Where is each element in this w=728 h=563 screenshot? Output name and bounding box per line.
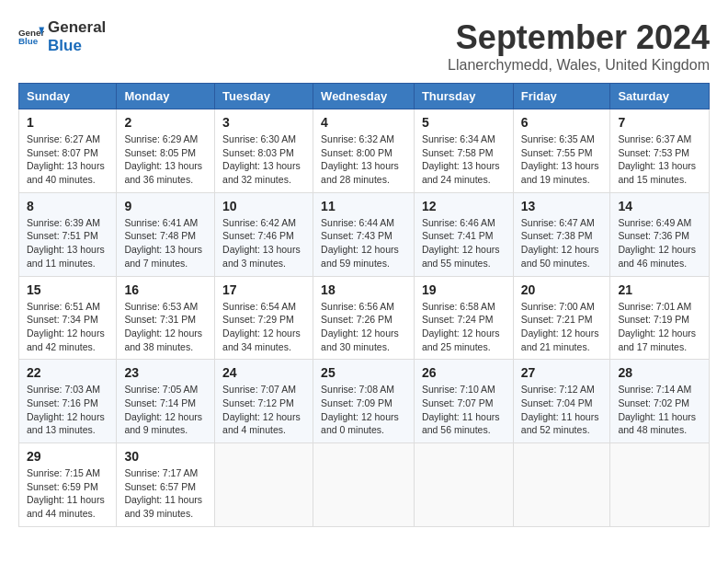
calendar-cell: 15Sunrise: 6:51 AMSunset: 7:34 PMDayligh… — [19, 276, 117, 360]
calendar-cell — [610, 443, 710, 527]
day-info: Sunrise: 7:12 AMSunset: 7:04 PMDaylight:… — [521, 383, 603, 437]
day-info: Sunrise: 6:46 AMSunset: 7:41 PMDaylight:… — [422, 216, 506, 270]
calendar-cell: 7Sunrise: 6:37 AMSunset: 7:53 PMDaylight… — [610, 109, 710, 193]
day-number: 18 — [321, 282, 406, 297]
day-info: Sunrise: 7:07 AMSunset: 7:12 PMDaylight:… — [222, 383, 305, 437]
day-info: Sunrise: 6:56 AMSunset: 7:26 PMDaylight:… — [321, 300, 406, 354]
day-info: Sunrise: 6:44 AMSunset: 7:43 PMDaylight:… — [321, 216, 406, 270]
day-info: Sunrise: 6:30 AMSunset: 8:03 PMDaylight:… — [222, 132, 305, 187]
day-number: 6 — [521, 115, 603, 130]
calendar-week-row: 1Sunrise: 6:27 AMSunset: 8:07 PMDaylight… — [19, 109, 710, 193]
calendar-week-row: 29Sunrise: 7:15 AMSunset: 6:59 PMDayligh… — [19, 443, 710, 527]
day-number: 10 — [222, 199, 305, 213]
calendar-cell: 14Sunrise: 6:49 AMSunset: 7:36 PMDayligh… — [610, 192, 710, 276]
day-info: Sunrise: 7:08 AMSunset: 7:09 PMDaylight:… — [321, 383, 406, 437]
calendar-table: SundayMondayTuesdayWednesdayThursdayFrid… — [18, 83, 710, 527]
day-info: Sunrise: 6:32 AMSunset: 8:00 PMDaylight:… — [321, 132, 406, 187]
day-info: Sunrise: 7:03 AMSunset: 7:16 PMDaylight:… — [27, 383, 108, 437]
calendar-cell: 13Sunrise: 6:47 AMSunset: 7:38 PMDayligh… — [513, 192, 610, 276]
calendar-cell: 29Sunrise: 7:15 AMSunset: 6:59 PMDayligh… — [19, 443, 117, 527]
day-info: Sunrise: 7:10 AMSunset: 7:07 PMDaylight:… — [422, 383, 506, 437]
calendar-week-row: 22Sunrise: 7:03 AMSunset: 7:16 PMDayligh… — [19, 360, 710, 443]
weekday-header-wednesday: Wednesday — [313, 84, 415, 109]
day-info: Sunrise: 6:51 AMSunset: 7:34 PMDaylight:… — [27, 300, 108, 354]
logo-line2: Blue — [48, 37, 106, 55]
calendar-cell: 21Sunrise: 7:01 AMSunset: 7:19 PMDayligh… — [610, 276, 710, 360]
day-info: Sunrise: 7:00 AMSunset: 7:21 PMDaylight:… — [521, 300, 603, 354]
weekday-header-tuesday: Tuesday — [215, 84, 313, 109]
weekday-header-friday: Friday — [513, 84, 610, 109]
page-header: General Blue General Blue September 2024… — [18, 18, 710, 74]
calendar-cell: 26Sunrise: 7:10 AMSunset: 7:07 PMDayligh… — [414, 360, 513, 443]
day-number: 20 — [521, 282, 603, 297]
day-number: 4 — [321, 115, 406, 130]
calendar-cell: 16Sunrise: 6:53 AMSunset: 7:31 PMDayligh… — [117, 276, 215, 360]
day-info: Sunrise: 6:29 AMSunset: 8:05 PMDaylight:… — [124, 132, 207, 187]
calendar-cell: 5Sunrise: 6:34 AMSunset: 7:58 PMDaylight… — [414, 109, 513, 193]
calendar-cell: 6Sunrise: 6:35 AMSunset: 7:55 PMDaylight… — [513, 109, 610, 193]
day-number: 21 — [618, 282, 701, 297]
calendar-cell: 1Sunrise: 6:27 AMSunset: 8:07 PMDaylight… — [19, 109, 117, 193]
calendar-cell: 23Sunrise: 7:05 AMSunset: 7:14 PMDayligh… — [117, 360, 215, 443]
calendar-cell: 19Sunrise: 6:58 AMSunset: 7:24 PMDayligh… — [414, 276, 513, 360]
calendar-cell — [215, 443, 313, 527]
calendar-week-row: 15Sunrise: 6:51 AMSunset: 7:34 PMDayligh… — [19, 276, 710, 360]
day-number: 1 — [27, 115, 108, 130]
calendar-cell: 18Sunrise: 6:56 AMSunset: 7:26 PMDayligh… — [313, 276, 415, 360]
day-number: 2 — [124, 115, 207, 130]
day-info: Sunrise: 6:49 AMSunset: 7:36 PMDaylight:… — [618, 216, 701, 270]
day-number: 9 — [124, 199, 207, 213]
day-info: Sunrise: 7:01 AMSunset: 7:19 PMDaylight:… — [618, 300, 701, 354]
day-info: Sunrise: 6:47 AMSunset: 7:38 PMDaylight:… — [521, 216, 603, 270]
day-number: 26 — [422, 365, 506, 380]
calendar-cell: 3Sunrise: 6:30 AMSunset: 8:03 PMDaylight… — [215, 109, 313, 193]
calendar-cell: 10Sunrise: 6:42 AMSunset: 7:46 PMDayligh… — [215, 192, 313, 276]
day-info: Sunrise: 6:27 AMSunset: 8:07 PMDaylight:… — [27, 132, 108, 187]
day-info: Sunrise: 7:17 AMSunset: 6:57 PMDaylight:… — [124, 466, 207, 521]
day-info: Sunrise: 6:35 AMSunset: 7:55 PMDaylight:… — [521, 132, 603, 187]
weekday-header-monday: Monday — [117, 84, 215, 109]
calendar-cell — [313, 443, 415, 527]
day-number: 3 — [222, 115, 305, 130]
calendar-header-row: SundayMondayTuesdayWednesdayThursdayFrid… — [19, 84, 710, 109]
calendar-cell: 24Sunrise: 7:07 AMSunset: 7:12 PMDayligh… — [215, 360, 313, 443]
day-number: 11 — [321, 199, 406, 213]
title-section: September 2024 Llanerchymedd, Wales, Uni… — [448, 18, 710, 74]
day-number: 28 — [618, 365, 701, 380]
weekday-header-saturday: Saturday — [610, 84, 710, 109]
day-number: 8 — [27, 199, 108, 213]
calendar-cell: 11Sunrise: 6:44 AMSunset: 7:43 PMDayligh… — [313, 192, 415, 276]
day-number: 30 — [124, 449, 207, 464]
day-number: 17 — [222, 282, 305, 297]
day-number: 24 — [222, 365, 305, 380]
calendar-cell: 9Sunrise: 6:41 AMSunset: 7:48 PMDaylight… — [117, 192, 215, 276]
day-number: 23 — [124, 365, 207, 380]
day-number: 25 — [321, 365, 406, 380]
calendar-cell: 28Sunrise: 7:14 AMSunset: 7:02 PMDayligh… — [610, 360, 710, 443]
calendar-cell: 4Sunrise: 6:32 AMSunset: 8:00 PMDaylight… — [313, 109, 415, 193]
day-number: 22 — [27, 365, 108, 380]
logo-line1: General — [48, 18, 106, 37]
day-info: Sunrise: 6:41 AMSunset: 7:48 PMDaylight:… — [124, 216, 207, 270]
calendar-cell: 8Sunrise: 6:39 AMSunset: 7:51 PMDaylight… — [19, 192, 117, 276]
day-info: Sunrise: 6:34 AMSunset: 7:58 PMDaylight:… — [422, 132, 506, 187]
day-info: Sunrise: 6:54 AMSunset: 7:29 PMDaylight:… — [222, 300, 305, 354]
logo: General Blue General Blue — [18, 18, 106, 56]
day-number: 27 — [521, 365, 603, 380]
svg-text:Blue: Blue — [18, 37, 39, 47]
day-info: Sunrise: 6:37 AMSunset: 7:53 PMDaylight:… — [618, 132, 701, 187]
day-number: 15 — [27, 282, 108, 297]
day-number: 13 — [521, 199, 603, 213]
calendar-cell — [414, 443, 513, 527]
calendar-cell: 12Sunrise: 6:46 AMSunset: 7:41 PMDayligh… — [414, 192, 513, 276]
day-info: Sunrise: 6:42 AMSunset: 7:46 PMDaylight:… — [222, 216, 305, 270]
day-info: Sunrise: 7:15 AMSunset: 6:59 PMDaylight:… — [27, 466, 108, 521]
day-number: 5 — [422, 115, 506, 130]
weekday-header-thursday: Thursday — [414, 84, 513, 109]
day-number: 14 — [618, 199, 701, 213]
location-title: Llanerchymedd, Wales, United Kingdom — [448, 57, 710, 74]
day-info: Sunrise: 6:58 AMSunset: 7:24 PMDaylight:… — [422, 300, 506, 354]
day-info: Sunrise: 6:39 AMSunset: 7:51 PMDaylight:… — [27, 216, 108, 270]
calendar-cell: 30Sunrise: 7:17 AMSunset: 6:57 PMDayligh… — [117, 443, 215, 527]
calendar-cell: 22Sunrise: 7:03 AMSunset: 7:16 PMDayligh… — [19, 360, 117, 443]
